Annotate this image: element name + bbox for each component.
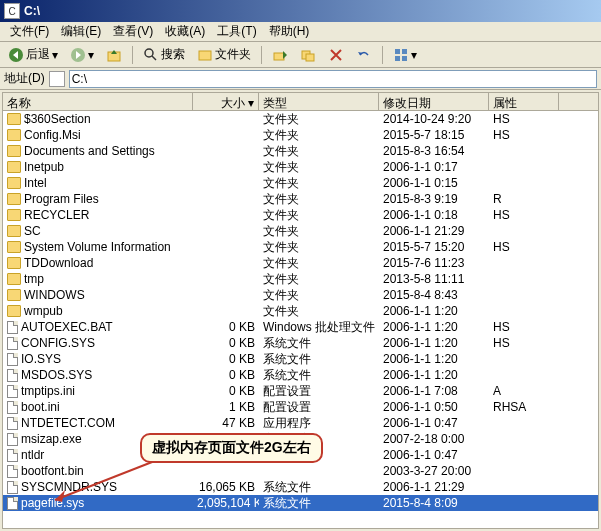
dropdown-icon: ▾ <box>411 48 417 62</box>
file-row[interactable]: tmptips.ini0 KB配置设置2006-1-1 7:08A <box>3 383 598 399</box>
file-row[interactable]: Intel文件夹2006-1-1 0:15 <box>3 175 598 191</box>
file-name: msizap.exe <box>21 432 82 446</box>
col-header-attr[interactable]: 属性 <box>489 93 559 110</box>
folder-icon <box>7 273 21 285</box>
file-name: Intel <box>24 176 47 190</box>
file-attr: HS <box>489 128 559 142</box>
undo-button[interactable] <box>352 45 376 65</box>
file-type: 文件夹 <box>259 239 379 256</box>
file-icon <box>7 481 18 494</box>
file-size: 0 KB <box>193 352 259 366</box>
copy-button[interactable] <box>296 45 320 65</box>
file-date: 2006-1-1 0:15 <box>379 176 489 190</box>
file-name: IO.SYS <box>21 352 61 366</box>
file-type: 系统文件 <box>259 495 379 512</box>
col-header-name[interactable]: 名称 <box>3 93 193 110</box>
file-row[interactable]: TDDownload文件夹2015-7-6 11:23 <box>3 255 598 271</box>
file-date: 2006-1-1 0:18 <box>379 208 489 222</box>
file-size: 0 KB <box>193 384 259 398</box>
address-input[interactable] <box>69 70 597 88</box>
menu-tools[interactable]: 工具(T) <box>211 21 262 42</box>
back-button[interactable]: 后退 ▾ <box>4 44 62 65</box>
file-type: 文件夹 <box>259 111 379 128</box>
svg-point-3 <box>145 49 153 57</box>
file-icon <box>7 369 18 382</box>
folders-button[interactable]: 文件夹 <box>193 44 255 65</box>
file-date: 2014-10-24 9:20 <box>379 112 489 126</box>
separator <box>382 46 383 64</box>
views-button[interactable]: ▾ <box>389 45 421 65</box>
menu-file[interactable]: 文件(F) <box>4 21 55 42</box>
svg-rect-9 <box>395 49 400 54</box>
file-size: 0 KB <box>193 336 259 350</box>
file-date: 2006-1-1 21:29 <box>379 224 489 238</box>
file-date: 2015-8-3 16:54 <box>379 144 489 158</box>
file-date: 2015-8-4 8:43 <box>379 288 489 302</box>
move-icon <box>272 47 288 63</box>
file-name: tmp <box>24 272 44 286</box>
up-button[interactable] <box>102 45 126 65</box>
file-name: CONFIG.SYS <box>21 336 95 350</box>
folder-icon <box>7 209 21 221</box>
forward-button[interactable]: ▾ <box>66 45 98 65</box>
file-row[interactable]: System Volume Information文件夹2015-5-7 15:… <box>3 239 598 255</box>
folder-icon <box>7 257 21 269</box>
file-type: 系统文件 <box>259 351 379 368</box>
file-date: 2006-1-1 0:47 <box>379 416 489 430</box>
file-date: 2006-1-1 1:20 <box>379 336 489 350</box>
file-type: 文件夹 <box>259 207 379 224</box>
file-icon <box>7 497 18 510</box>
file-icon <box>7 337 18 350</box>
file-row[interactable]: MSDOS.SYS0 KB系统文件2006-1-1 1:20 <box>3 367 598 383</box>
move-button[interactable] <box>268 45 292 65</box>
delete-icon <box>328 47 344 63</box>
file-row[interactable]: Documents and Settings文件夹2015-8-3 16:54 <box>3 143 598 159</box>
file-type: 系统文件 <box>259 367 379 384</box>
file-row[interactable]: WINDOWS文件夹2015-8-4 8:43 <box>3 287 598 303</box>
file-row[interactable]: AUTOEXEC.BAT0 KBWindows 批处理文件2006-1-1 1:… <box>3 319 598 335</box>
file-row[interactable]: IO.SYS0 KB系统文件2006-1-1 1:20 <box>3 351 598 367</box>
file-date: 2006-1-1 0:17 <box>379 160 489 174</box>
col-header-size[interactable]: 大小 ▾ <box>193 93 259 110</box>
file-name: boot.ini <box>21 400 60 414</box>
file-attr: HS <box>489 240 559 254</box>
file-name: System Volume Information <box>24 240 171 254</box>
menu-favorites[interactable]: 收藏(A) <box>159 21 211 42</box>
dropdown-icon: ▾ <box>52 48 58 62</box>
file-date: 2006-1-1 1:20 <box>379 352 489 366</box>
file-size: 1 KB <box>193 400 259 414</box>
svg-rect-8 <box>306 54 314 61</box>
file-row[interactable]: RECYCLER文件夹2006-1-1 0:18HS <box>3 207 598 223</box>
menu-help[interactable]: 帮助(H) <box>263 21 316 42</box>
file-row[interactable]: CONFIG.SYS0 KB系统文件2006-1-1 1:20HS <box>3 335 598 351</box>
file-row[interactable]: Program Files文件夹2015-8-3 9:19R <box>3 191 598 207</box>
file-type: 文件夹 <box>259 303 379 320</box>
file-attr: HS <box>489 336 559 350</box>
col-header-type[interactable]: 类型 <box>259 93 379 110</box>
file-row[interactable]: wmpub文件夹2006-1-1 1:20 <box>3 303 598 319</box>
file-type: 文件夹 <box>259 127 379 144</box>
file-row[interactable]: $360Section文件夹2014-10-24 9:20HS <box>3 111 598 127</box>
file-type: Windows 批处理文件 <box>259 319 379 336</box>
svg-rect-12 <box>402 56 407 61</box>
file-row[interactable]: boot.ini1 KB配置设置2006-1-1 0:50RHSA <box>3 399 598 415</box>
file-row[interactable]: Config.Msi文件夹2015-5-7 18:15HS <box>3 127 598 143</box>
file-attr: R <box>489 192 559 206</box>
menu-view[interactable]: 查看(V) <box>107 21 159 42</box>
folder-icon <box>7 193 21 205</box>
file-row[interactable]: Inetpub文件夹2006-1-1 0:17 <box>3 159 598 175</box>
col-header-date[interactable]: 修改日期 <box>379 93 489 110</box>
file-row[interactable]: tmp文件夹2013-5-8 11:11 <box>3 271 598 287</box>
file-row[interactable]: NTDETECT.COM47 KB应用程序2006-1-1 0:47 <box>3 415 598 431</box>
svg-rect-11 <box>395 56 400 61</box>
file-type: 文件夹 <box>259 287 379 304</box>
menu-edit[interactable]: 编辑(E) <box>55 21 107 42</box>
file-name: AUTOEXEC.BAT <box>21 320 113 334</box>
separator <box>132 46 133 64</box>
file-row[interactable]: SC文件夹2006-1-1 21:29 <box>3 223 598 239</box>
delete-button[interactable] <box>324 45 348 65</box>
search-button[interactable]: 搜索 <box>139 44 189 65</box>
file-name: WINDOWS <box>24 288 85 302</box>
title-bar: C C:\ <box>0 0 601 22</box>
svg-marker-14 <box>55 490 65 502</box>
